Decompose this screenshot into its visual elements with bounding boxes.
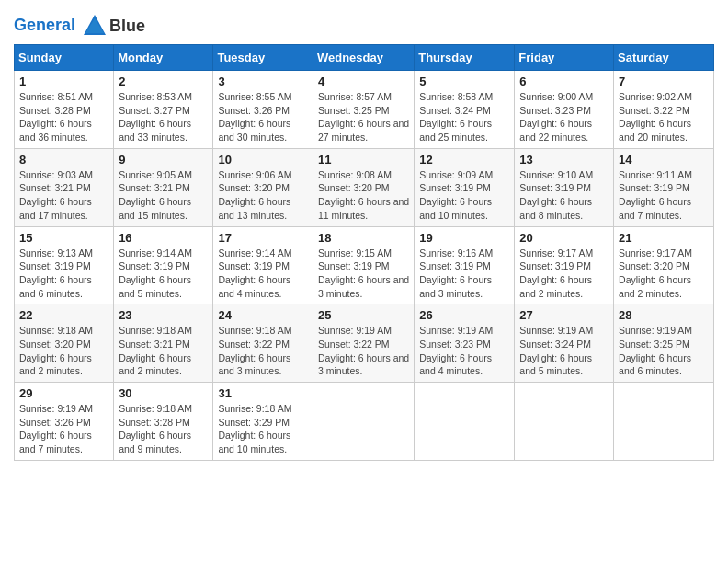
sunset-label: Sunset: 3:19 PM bbox=[419, 182, 491, 193]
day-number: 6 bbox=[519, 75, 609, 88]
sunrise-label: Sunrise: 9:10 AM bbox=[519, 169, 593, 180]
day-info: Sunrise: 9:11 AM Sunset: 3:19 PM Dayligh… bbox=[619, 168, 709, 223]
calendar-cell bbox=[415, 383, 515, 461]
sunrise-label: Sunrise: 8:58 AM bbox=[419, 91, 493, 102]
day-info: Sunrise: 9:18 AM Sunset: 3:29 PM Dayligh… bbox=[218, 402, 308, 456]
day-info: Sunrise: 9:19 AM Sunset: 3:23 PM Dayligh… bbox=[419, 324, 509, 378]
sunrise-label: Sunrise: 9:05 AM bbox=[119, 169, 192, 180]
sunrise-label: Sunrise: 9:18 AM bbox=[218, 403, 291, 414]
calendar-cell: 13 Sunrise: 9:10 AM Sunset: 3:19 PM Dayl… bbox=[515, 148, 614, 226]
sunset-label: Sunset: 3:29 PM bbox=[218, 417, 290, 428]
day-number: 28 bbox=[619, 308, 709, 322]
calendar-cell bbox=[614, 383, 714, 461]
calendar-week-row: 29 Sunrise: 9:19 AM Sunset: 3:26 PM Dayl… bbox=[15, 383, 714, 461]
daylight-label: Daylight: 6 hours and 2 minutes. bbox=[19, 352, 92, 377]
day-info: Sunrise: 8:55 AM Sunset: 3:26 PM Dayligh… bbox=[218, 90, 308, 144]
daylight-label: Daylight: 6 hours and 4 minutes. bbox=[419, 352, 492, 377]
sunrise-label: Sunrise: 9:06 AM bbox=[218, 169, 291, 180]
day-info: Sunrise: 8:53 AM Sunset: 3:27 PM Dayligh… bbox=[119, 90, 208, 144]
sunset-label: Sunset: 3:19 PM bbox=[119, 260, 190, 271]
sunset-label: Sunset: 3:23 PM bbox=[519, 105, 591, 116]
day-number: 2 bbox=[119, 75, 208, 88]
daylight-label: Daylight: 6 hours and 6 minutes. bbox=[619, 352, 691, 377]
sunrise-label: Sunrise: 9:13 AM bbox=[19, 247, 93, 259]
svg-marker-1 bbox=[85, 18, 104, 33]
day-info: Sunrise: 9:06 AM Sunset: 3:20 PM Dayligh… bbox=[218, 168, 308, 223]
sunrise-label: Sunrise: 9:09 AM bbox=[419, 169, 493, 180]
daylight-label: Daylight: 6 hours and 6 minutes. bbox=[19, 274, 92, 299]
day-number: 7 bbox=[619, 75, 709, 88]
day-info: Sunrise: 9:16 AM Sunset: 3:19 PM Dayligh… bbox=[419, 247, 509, 301]
day-of-week-header: Saturday bbox=[614, 45, 714, 71]
day-number: 31 bbox=[218, 386, 308, 400]
daylight-label: Daylight: 6 hours and 11 minutes. bbox=[318, 196, 409, 221]
sunrise-label: Sunrise: 9:19 AM bbox=[19, 403, 93, 414]
day-info: Sunrise: 9:19 AM Sunset: 3:24 PM Dayligh… bbox=[519, 324, 609, 378]
day-number: 5 bbox=[419, 75, 509, 88]
day-number: 9 bbox=[119, 153, 208, 167]
calendar-cell: 17 Sunrise: 9:14 AM Sunset: 3:19 PM Dayl… bbox=[213, 226, 313, 304]
sunset-label: Sunset: 3:19 PM bbox=[318, 260, 390, 271]
calendar-cell bbox=[313, 383, 414, 461]
logo-blue: Blue bbox=[109, 17, 145, 36]
calendar-cell: 12 Sunrise: 9:09 AM Sunset: 3:19 PM Dayl… bbox=[415, 148, 515, 226]
daylight-label: Daylight: 6 hours and 10 minutes. bbox=[218, 430, 290, 454]
day-info: Sunrise: 9:03 AM Sunset: 3:21 PM Dayligh… bbox=[19, 168, 108, 223]
sunrise-label: Sunrise: 8:51 AM bbox=[19, 91, 93, 102]
day-info: Sunrise: 9:19 AM Sunset: 3:26 PM Dayligh… bbox=[19, 402, 108, 456]
day-number: 4 bbox=[318, 75, 409, 88]
header: General Blue bbox=[14, 9, 714, 39]
calendar-cell: 14 Sunrise: 9:11 AM Sunset: 3:19 PM Dayl… bbox=[614, 148, 714, 226]
calendar-cell: 7 Sunrise: 9:02 AM Sunset: 3:22 PM Dayli… bbox=[614, 71, 714, 149]
sunset-label: Sunset: 3:22 PM bbox=[218, 339, 290, 350]
calendar-cell: 16 Sunrise: 9:14 AM Sunset: 3:19 PM Dayl… bbox=[114, 226, 213, 304]
calendar-cell: 29 Sunrise: 9:19 AM Sunset: 3:26 PM Dayl… bbox=[15, 383, 114, 461]
sunrise-label: Sunrise: 9:17 AM bbox=[619, 247, 692, 259]
daylight-label: Daylight: 6 hours and 7 minutes. bbox=[619, 196, 691, 221]
calendar-cell: 21 Sunrise: 9:17 AM Sunset: 3:20 PM Dayl… bbox=[614, 226, 714, 304]
calendar-cell: 19 Sunrise: 9:16 AM Sunset: 3:19 PM Dayl… bbox=[415, 226, 515, 304]
sunrise-label: Sunrise: 8:53 AM bbox=[119, 91, 192, 102]
day-number: 22 bbox=[19, 308, 108, 322]
sunrise-label: Sunrise: 9:18 AM bbox=[218, 325, 291, 336]
daylight-label: Daylight: 6 hours and 8 minutes. bbox=[519, 196, 592, 221]
calendar-cell: 23 Sunrise: 9:18 AM Sunset: 3:21 PM Dayl… bbox=[114, 304, 213, 383]
sunset-label: Sunset: 3:23 PM bbox=[419, 339, 491, 350]
day-info: Sunrise: 9:18 AM Sunset: 3:22 PM Dayligh… bbox=[218, 324, 308, 378]
day-info: Sunrise: 9:10 AM Sunset: 3:19 PM Dayligh… bbox=[519, 168, 609, 223]
sunrise-label: Sunrise: 9:03 AM bbox=[19, 169, 93, 180]
calendar-cell: 2 Sunrise: 8:53 AM Sunset: 3:27 PM Dayli… bbox=[114, 71, 213, 149]
calendar-cell: 9 Sunrise: 9:05 AM Sunset: 3:21 PM Dayli… bbox=[114, 148, 213, 226]
calendar-cell: 4 Sunrise: 8:57 AM Sunset: 3:25 PM Dayli… bbox=[313, 71, 414, 149]
day-number: 10 bbox=[218, 153, 308, 167]
calendar-cell: 8 Sunrise: 9:03 AM Sunset: 3:21 PM Dayli… bbox=[15, 148, 114, 226]
day-number: 11 bbox=[318, 153, 409, 167]
calendar-cell: 10 Sunrise: 9:06 AM Sunset: 3:20 PM Dayl… bbox=[213, 148, 313, 226]
day-info: Sunrise: 9:02 AM Sunset: 3:22 PM Dayligh… bbox=[619, 90, 709, 144]
sunset-label: Sunset: 3:22 PM bbox=[619, 105, 690, 116]
sunrise-label: Sunrise: 9:14 AM bbox=[119, 247, 192, 259]
daylight-label: Daylight: 6 hours and 3 minutes. bbox=[318, 274, 409, 299]
daylight-label: Daylight: 6 hours and 15 minutes. bbox=[119, 196, 191, 221]
day-info: Sunrise: 8:58 AM Sunset: 3:24 PM Dayligh… bbox=[419, 90, 509, 144]
day-number: 23 bbox=[119, 308, 208, 322]
sunset-label: Sunset: 3:25 PM bbox=[619, 339, 690, 350]
day-of-week-header: Friday bbox=[515, 45, 614, 71]
sunset-label: Sunset: 3:19 PM bbox=[419, 260, 491, 271]
day-info: Sunrise: 8:51 AM Sunset: 3:28 PM Dayligh… bbox=[19, 90, 108, 144]
daylight-label: Daylight: 6 hours and 2 minutes. bbox=[119, 352, 191, 377]
day-info: Sunrise: 9:19 AM Sunset: 3:25 PM Dayligh… bbox=[619, 324, 709, 378]
sunset-label: Sunset: 3:21 PM bbox=[19, 182, 91, 193]
daylight-label: Daylight: 6 hours and 17 minutes. bbox=[19, 196, 92, 221]
day-of-week-header: Thursday bbox=[415, 45, 515, 71]
day-info: Sunrise: 9:17 AM Sunset: 3:20 PM Dayligh… bbox=[619, 247, 709, 301]
sunset-label: Sunset: 3:27 PM bbox=[119, 105, 190, 116]
sunrise-label: Sunrise: 9:18 AM bbox=[119, 403, 192, 414]
day-number: 14 bbox=[619, 153, 709, 167]
day-number: 27 bbox=[519, 308, 609, 322]
sunset-label: Sunset: 3:20 PM bbox=[619, 260, 690, 271]
calendar-cell: 22 Sunrise: 9:18 AM Sunset: 3:20 PM Dayl… bbox=[15, 304, 114, 383]
day-number: 12 bbox=[419, 153, 509, 167]
day-of-week-header: Wednesday bbox=[313, 45, 414, 71]
day-info: Sunrise: 9:19 AM Sunset: 3:22 PM Dayligh… bbox=[318, 324, 409, 378]
